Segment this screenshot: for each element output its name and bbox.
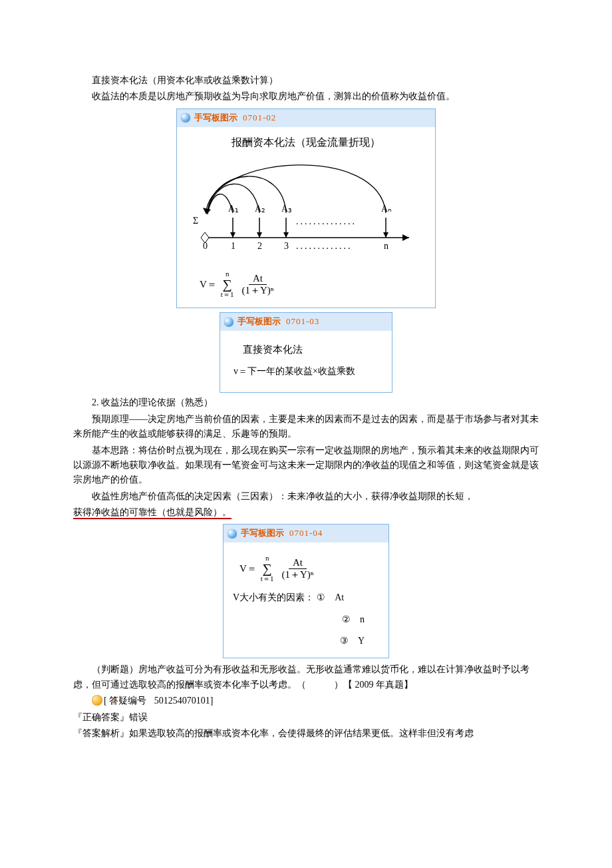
explain-label: 『答案解析』: [73, 728, 129, 738]
svg-text:1: 1: [231, 241, 235, 251]
svg-text:..............: ..............: [296, 216, 357, 226]
pencil-icon: [181, 113, 190, 122]
frac-top: At: [249, 273, 267, 285]
paragraph: 收益性房地产价值高低的决定因素（三因素）：未来净收益的大小，获得净收益期限的长短…: [73, 489, 539, 504]
factors-label: V大小有关的因素：: [233, 590, 314, 605]
question-icon: [92, 695, 102, 706]
svg-text:Aₙ: Aₙ: [381, 204, 392, 214]
section-heading: 2. 收益法的理论依据（熟悉）: [73, 395, 539, 410]
formula-v-sum: V＝ n ∑ t＝1 At (1＋Y)ⁿ: [200, 270, 426, 298]
formula-v-sum: V＝ n ∑ t＝1 At (1＋Y)ⁿ: [239, 554, 379, 582]
frac-bottom: (1＋Y)ⁿ: [277, 569, 317, 580]
illustration-title-bar: 手写板图示 0701-04: [224, 525, 388, 542]
question-reference: [ 答疑编号 501254070101]: [73, 694, 539, 708]
frac-bottom: (1＋Y)ⁿ: [237, 285, 277, 296]
sum-bottom: t＝1: [221, 291, 234, 298]
illustration-title-text: 手写板图示: [241, 527, 284, 541]
factor-3: ③ Y: [233, 634, 379, 648]
illustration-title-bar: 手写板图示 0701-03: [220, 313, 392, 331]
svg-text:A₃: A₃: [281, 204, 292, 214]
pencil-icon: [228, 529, 237, 539]
pencil-icon: [224, 318, 233, 327]
formula-left: V＝: [200, 276, 217, 292]
svg-text:0: 0: [203, 241, 208, 251]
sum-symbol: ∑: [262, 562, 271, 575]
sum-symbol: ∑: [222, 278, 231, 291]
illustration-code: 0701-02: [243, 111, 276, 125]
answer-explain-line: 『答案解析』如果选取较高的报酬率或资本化率，会使得最终的评估结果更低。这样非但没…: [73, 726, 539, 741]
sigma-label: Σ: [193, 216, 198, 226]
svg-text:A₁: A₁: [228, 204, 239, 214]
illustration-code: 0701-03: [286, 315, 319, 329]
svg-text:A₂: A₂: [255, 204, 265, 214]
svg-text:.............: .............: [296, 241, 353, 251]
illustration-title-text: 手写板图示: [194, 111, 237, 125]
underlined-text: 获得净收益的可靠性（也就是风险）。: [73, 507, 231, 519]
illustration-0701-04: 手写板图示 0701-04 V＝ n ∑ t＝1 At (1＋Y)ⁿ: [223, 524, 389, 658]
sum-bottom: t＝1: [261, 575, 274, 582]
paragraph: 直接资本化法（用资本化率或收益乘数计算）: [73, 73, 539, 88]
question-text: （判断题）房地产收益可分为有形收益和无形收益。无形收益通常难以货币化，难以在计算…: [73, 662, 539, 692]
illustration-heading: 报酬资本化法（现金流量折现）: [186, 134, 426, 151]
illustration-title-text: 手写板图示: [237, 315, 281, 329]
factor-2: ② n: [233, 612, 379, 627]
illustration-code: 0701-04: [289, 527, 323, 541]
answer-value: 错误: [129, 712, 148, 722]
factor-1: ① At: [317, 590, 344, 605]
illustration-title-bar: 手写板图示 0701-02: [177, 109, 435, 127]
svg-text:2: 2: [257, 241, 262, 251]
formula-left: V＝: [239, 560, 257, 576]
illustration-line: 直接资本化法: [243, 341, 382, 357]
explain-text: 如果选取较高的报酬率或资本化率，会使得最终的评估结果更低。这样非但没有考虑: [129, 728, 474, 738]
frac-top: At: [289, 557, 307, 569]
illustration-0701-02: 手写板图示 0701-02 报酬资本化法（现金流量折现）: [176, 108, 436, 308]
svg-text:n: n: [384, 241, 388, 251]
svg-text:3: 3: [284, 241, 289, 251]
illustration-formula: v＝下一年的某收益×收益乘数: [233, 364, 382, 379]
qref-number: 501254070101]: [154, 696, 214, 706]
cashflow-diagram: Σ A₁ A₂ A₃ Aₙ .............. 0 1 2 3 ...…: [186, 154, 426, 268]
paragraph: 收益法的本质是以房地产预期收益为导向求取房地产价值，测算出的价值称为收益价值。: [73, 89, 539, 104]
answer-label: 『正确答案』: [73, 712, 129, 722]
paragraph: 基本思路：将估价时点视为现在，那么现在购买一宗有一定收益期限的房地产，预示着其未…: [73, 443, 539, 488]
underlined-paragraph: 获得净收益的可靠性（也就是风险）。: [73, 505, 539, 520]
correct-answer-line: 『正确答案』错误: [73, 710, 539, 725]
illustration-0701-03: 手写板图示 0701-03 直接资本化法 v＝下一年的某收益×收益乘数: [220, 312, 392, 393]
paragraph: 预期原理——决定房地产当前价值的因素，主要是未来的因素而不是过去的因素，而是基于…: [73, 412, 539, 442]
